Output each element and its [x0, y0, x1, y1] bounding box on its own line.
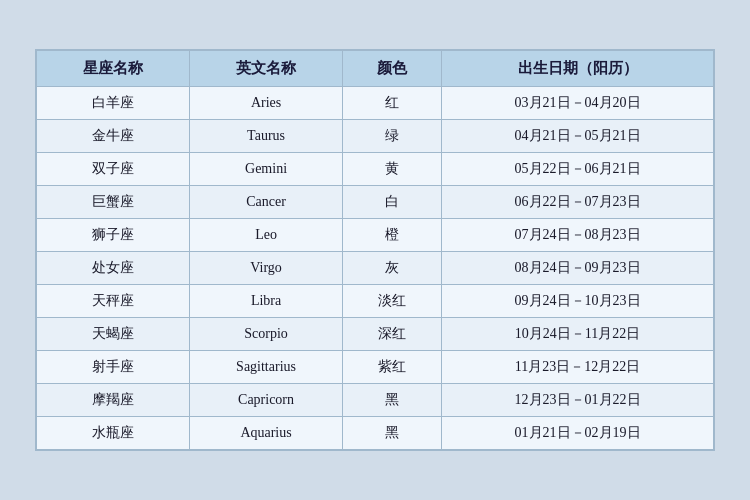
cell-color: 灰 — [343, 252, 442, 285]
cell-dates: 08月24日－09月23日 — [442, 252, 714, 285]
cell-color: 黑 — [343, 417, 442, 450]
cell-color: 白 — [343, 186, 442, 219]
header-chinese-name: 星座名称 — [37, 51, 190, 87]
cell-dates: 09月24日－10月23日 — [442, 285, 714, 318]
cell-chinese-name: 天秤座 — [37, 285, 190, 318]
header-dates: 出生日期（阳历） — [442, 51, 714, 87]
cell-color: 淡红 — [343, 285, 442, 318]
cell-english-name: Libra — [190, 285, 343, 318]
cell-english-name: Virgo — [190, 252, 343, 285]
table-row: 白羊座Aries红03月21日－04月20日 — [37, 87, 714, 120]
cell-english-name: Scorpio — [190, 318, 343, 351]
cell-chinese-name: 金牛座 — [37, 120, 190, 153]
cell-color: 深红 — [343, 318, 442, 351]
cell-dates: 10月24日－11月22日 — [442, 318, 714, 351]
table-row: 摩羯座Capricorn黑12月23日－01月22日 — [37, 384, 714, 417]
table-row: 金牛座Taurus绿04月21日－05月21日 — [37, 120, 714, 153]
zodiac-table: 星座名称 英文名称 颜色 出生日期（阳历） 白羊座Aries红03月21日－04… — [36, 50, 714, 450]
table-row: 巨蟹座Cancer白06月22日－07月23日 — [37, 186, 714, 219]
zodiac-table-container: 星座名称 英文名称 颜色 出生日期（阳历） 白羊座Aries红03月21日－04… — [35, 49, 715, 451]
cell-dates: 11月23日－12月22日 — [442, 351, 714, 384]
cell-english-name: Leo — [190, 219, 343, 252]
table-row: 双子座Gemini黄05月22日－06月21日 — [37, 153, 714, 186]
cell-english-name: Aries — [190, 87, 343, 120]
cell-dates: 03月21日－04月20日 — [442, 87, 714, 120]
table-body: 白羊座Aries红03月21日－04月20日金牛座Taurus绿04月21日－0… — [37, 87, 714, 450]
cell-english-name: Cancer — [190, 186, 343, 219]
cell-dates: 07月24日－08月23日 — [442, 219, 714, 252]
table-row: 天秤座Libra淡红09月24日－10月23日 — [37, 285, 714, 318]
table-row: 射手座Sagittarius紫红11月23日－12月22日 — [37, 351, 714, 384]
header-color: 颜色 — [343, 51, 442, 87]
table-header-row: 星座名称 英文名称 颜色 出生日期（阳历） — [37, 51, 714, 87]
header-english-name: 英文名称 — [190, 51, 343, 87]
cell-english-name: Capricorn — [190, 384, 343, 417]
table-row: 天蝎座Scorpio深红10月24日－11月22日 — [37, 318, 714, 351]
table-row: 处女座Virgo灰08月24日－09月23日 — [37, 252, 714, 285]
cell-color: 黑 — [343, 384, 442, 417]
cell-color: 紫红 — [343, 351, 442, 384]
cell-dates: 12月23日－01月22日 — [442, 384, 714, 417]
cell-chinese-name: 水瓶座 — [37, 417, 190, 450]
cell-english-name: Taurus — [190, 120, 343, 153]
cell-dates: 01月21日－02月19日 — [442, 417, 714, 450]
cell-chinese-name: 摩羯座 — [37, 384, 190, 417]
cell-chinese-name: 巨蟹座 — [37, 186, 190, 219]
cell-english-name: Sagittarius — [190, 351, 343, 384]
cell-chinese-name: 狮子座 — [37, 219, 190, 252]
cell-chinese-name: 天蝎座 — [37, 318, 190, 351]
cell-chinese-name: 白羊座 — [37, 87, 190, 120]
cell-color: 黄 — [343, 153, 442, 186]
cell-english-name: Gemini — [190, 153, 343, 186]
cell-color: 绿 — [343, 120, 442, 153]
cell-dates: 06月22日－07月23日 — [442, 186, 714, 219]
table-row: 狮子座Leo橙07月24日－08月23日 — [37, 219, 714, 252]
cell-color: 红 — [343, 87, 442, 120]
cell-chinese-name: 处女座 — [37, 252, 190, 285]
cell-dates: 05月22日－06月21日 — [442, 153, 714, 186]
cell-english-name: Aquarius — [190, 417, 343, 450]
cell-chinese-name: 双子座 — [37, 153, 190, 186]
table-row: 水瓶座Aquarius黑01月21日－02月19日 — [37, 417, 714, 450]
cell-color: 橙 — [343, 219, 442, 252]
cell-chinese-name: 射手座 — [37, 351, 190, 384]
cell-dates: 04月21日－05月21日 — [442, 120, 714, 153]
